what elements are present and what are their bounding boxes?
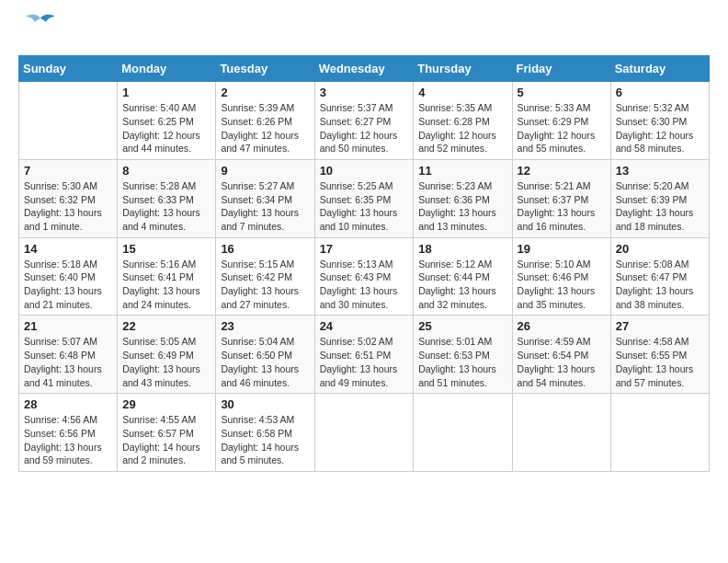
calendar-week-row: 7Sunrise: 5:30 AM Sunset: 6:32 PM Daylig… [19,159,710,237]
day-number: 23 [221,319,309,333]
day-number: 16 [221,242,309,256]
day-content: Sunrise: 5:20 AM Sunset: 6:39 PM Dayligh… [616,179,704,234]
calendar-cell: 20Sunrise: 5:08 AM Sunset: 6:47 PM Dayli… [610,237,709,316]
day-number: 26 [518,319,606,333]
calendar-cell: 19Sunrise: 5:10 AM Sunset: 6:46 PM Dayli… [512,237,610,316]
calendar-cell: 23Sunrise: 5:04 AM Sunset: 6:50 PM Dayli… [216,316,314,394]
day-content: Sunrise: 5:37 AM Sunset: 6:27 PM Dayligh… [320,101,409,155]
day-content: Sunrise: 5:05 AM Sunset: 6:49 PM Dayligh… [122,335,210,389]
calendar-cell: 15Sunrise: 5:16 AM Sunset: 6:41 PM Dayli… [118,237,216,316]
header-day-sunday: Sunday [19,56,118,82]
calendar-cell: 2Sunrise: 5:39 AM Sunset: 6:26 PM Daylig… [216,82,314,160]
calendar-cell: 28Sunrise: 4:56 AM Sunset: 6:56 PM Dayli… [19,394,118,472]
day-number: 19 [518,242,606,256]
calendar-cell: 30Sunrise: 4:53 AM Sunset: 6:58 PM Dayli… [216,394,314,472]
calendar-cell: 13Sunrise: 5:20 AM Sunset: 6:39 PM Dayli… [610,159,709,237]
calendar-cell [512,394,610,472]
day-content: Sunrise: 5:40 AM Sunset: 6:25 PM Dayligh… [122,101,210,155]
day-content: Sunrise: 5:32 AM Sunset: 6:30 PM Dayligh… [616,101,704,155]
day-number: 9 [221,164,309,178]
calendar-cell: 10Sunrise: 5:25 AM Sunset: 6:35 PM Dayli… [314,159,414,237]
logo [18,18,57,40]
day-content: Sunrise: 4:56 AM Sunset: 6:56 PM Dayligh… [24,413,112,467]
day-content: Sunrise: 5:07 AM Sunset: 6:48 PM Dayligh… [24,335,112,389]
calendar-cell: 12Sunrise: 5:21 AM Sunset: 6:37 PM Dayli… [512,159,610,237]
calendar-cell [414,394,512,472]
calendar-cell: 17Sunrise: 5:13 AM Sunset: 6:43 PM Dayli… [314,237,414,316]
header-day-saturday: Saturday [610,56,709,82]
day-content: Sunrise: 4:59 AM Sunset: 6:54 PM Dayligh… [518,335,606,389]
header-day-thursday: Thursday [414,56,512,82]
day-number: 29 [122,397,210,411]
day-content: Sunrise: 5:12 AM Sunset: 6:44 PM Dayligh… [418,258,506,312]
day-number: 4 [418,86,506,99]
day-content: Sunrise: 5:08 AM Sunset: 6:47 PM Dayligh… [616,258,704,312]
calendar-cell: 25Sunrise: 5:01 AM Sunset: 6:53 PM Dayli… [414,316,512,394]
day-number: 12 [518,164,606,178]
calendar-cell: 9Sunrise: 5:27 AM Sunset: 6:34 PM Daylig… [216,159,314,237]
day-content: Sunrise: 5:25 AM Sunset: 6:35 PM Dayligh… [320,179,409,234]
day-content: Sunrise: 5:27 AM Sunset: 6:34 PM Dayligh… [221,179,309,234]
day-number: 8 [122,164,210,178]
calendar-week-row: 14Sunrise: 5:18 AM Sunset: 6:40 PM Dayli… [19,237,710,316]
calendar-cell [314,394,414,472]
day-content: Sunrise: 5:18 AM Sunset: 6:40 PM Dayligh… [24,258,112,312]
calendar-cell [19,82,118,160]
day-number: 13 [616,164,704,178]
calendar-header-row: SundayMondayTuesdayWednesdayThursdayFrid… [19,56,710,82]
calendar-cell [610,394,709,472]
calendar-cell: 1Sunrise: 5:40 AM Sunset: 6:25 PM Daylig… [118,82,216,160]
day-content: Sunrise: 5:23 AM Sunset: 6:36 PM Dayligh… [418,179,506,234]
calendar-cell: 29Sunrise: 4:55 AM Sunset: 6:57 PM Dayli… [118,394,216,472]
day-content: Sunrise: 5:04 AM Sunset: 6:50 PM Dayligh… [221,335,309,389]
calendar-cell: 6Sunrise: 5:32 AM Sunset: 6:30 PM Daylig… [610,82,709,160]
day-content: Sunrise: 5:15 AM Sunset: 6:42 PM Dayligh… [221,258,309,312]
calendar-cell: 7Sunrise: 5:30 AM Sunset: 6:32 PM Daylig… [19,159,118,237]
calendar-body: 1Sunrise: 5:40 AM Sunset: 6:25 PM Daylig… [19,82,710,472]
day-content: Sunrise: 5:35 AM Sunset: 6:28 PM Dayligh… [418,101,506,155]
calendar-cell: 22Sunrise: 5:05 AM Sunset: 6:49 PM Dayli… [118,316,216,394]
day-number: 27 [616,319,704,333]
day-content: Sunrise: 5:16 AM Sunset: 6:41 PM Dayligh… [122,258,210,312]
day-number: 22 [122,319,210,333]
day-content: Sunrise: 5:30 AM Sunset: 6:32 PM Dayligh… [24,179,112,234]
calendar-cell: 5Sunrise: 5:33 AM Sunset: 6:29 PM Daylig… [512,82,610,160]
calendar-cell: 21Sunrise: 5:07 AM Sunset: 6:48 PM Dayli… [19,316,118,394]
calendar-cell: 8Sunrise: 5:28 AM Sunset: 6:33 PM Daylig… [118,159,216,237]
day-content: Sunrise: 5:28 AM Sunset: 6:33 PM Dayligh… [122,179,210,234]
logo-bird-icon [24,13,57,39]
day-number: 24 [320,319,409,333]
day-number: 18 [418,242,506,256]
day-number: 21 [24,319,112,333]
day-content: Sunrise: 5:01 AM Sunset: 6:53 PM Dayligh… [418,335,506,389]
calendar-table: SundayMondayTuesdayWednesdayThursdayFrid… [18,55,710,472]
calendar-week-row: 21Sunrise: 5:07 AM Sunset: 6:48 PM Dayli… [19,316,710,394]
day-number: 1 [122,86,210,99]
header-day-tuesday: Tuesday [216,56,314,82]
day-number: 6 [616,86,704,99]
day-content: Sunrise: 5:39 AM Sunset: 6:26 PM Dayligh… [221,101,309,155]
calendar-cell: 11Sunrise: 5:23 AM Sunset: 6:36 PM Dayli… [414,159,512,237]
calendar-cell: 3Sunrise: 5:37 AM Sunset: 6:27 PM Daylig… [314,82,414,160]
day-number: 3 [320,86,409,99]
page-header [18,18,710,40]
day-content: Sunrise: 5:21 AM Sunset: 6:37 PM Dayligh… [518,179,606,234]
header-day-monday: Monday [118,56,216,82]
calendar-cell: 18Sunrise: 5:12 AM Sunset: 6:44 PM Dayli… [414,237,512,316]
day-number: 20 [616,242,704,256]
day-content: Sunrise: 4:53 AM Sunset: 6:58 PM Dayligh… [221,413,309,467]
day-number: 30 [221,397,309,411]
day-number: 2 [221,86,309,99]
calendar-cell: 24Sunrise: 5:02 AM Sunset: 6:51 PM Dayli… [314,316,414,394]
day-number: 15 [122,242,210,256]
calendar-cell: 16Sunrise: 5:15 AM Sunset: 6:42 PM Dayli… [216,237,314,316]
header-day-friday: Friday [512,56,610,82]
day-number: 7 [24,164,112,178]
day-content: Sunrise: 5:10 AM Sunset: 6:46 PM Dayligh… [518,258,606,312]
day-number: 5 [518,86,606,99]
day-content: Sunrise: 4:58 AM Sunset: 6:55 PM Dayligh… [616,335,704,389]
calendar-week-row: 28Sunrise: 4:56 AM Sunset: 6:56 PM Dayli… [19,394,710,472]
day-content: Sunrise: 5:33 AM Sunset: 6:29 PM Dayligh… [518,101,606,155]
day-content: Sunrise: 4:55 AM Sunset: 6:57 PM Dayligh… [122,413,210,467]
header-day-wednesday: Wednesday [314,56,414,82]
